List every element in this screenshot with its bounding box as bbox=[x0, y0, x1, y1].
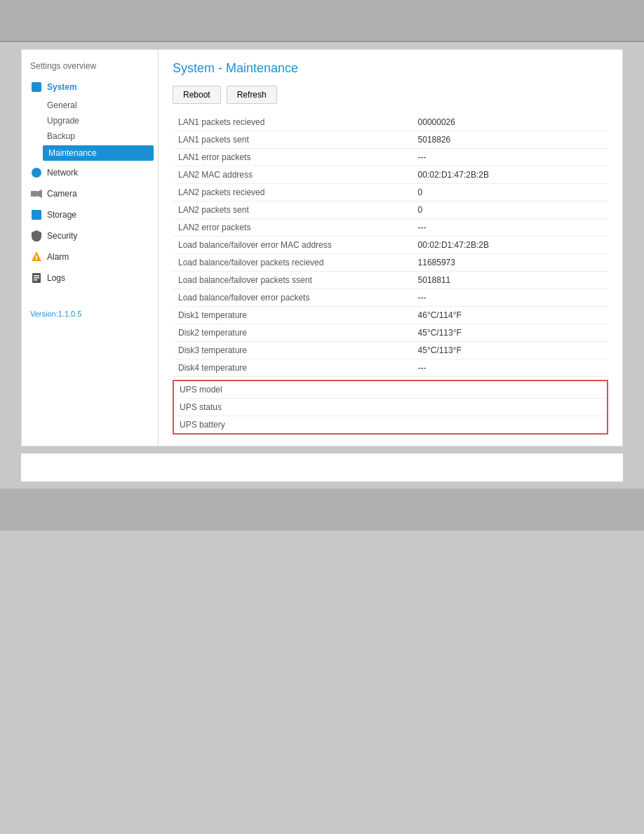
table-row: LAN1 packets sent5018826 bbox=[173, 131, 608, 149]
svg-rect-1 bbox=[36, 256, 37, 258]
sidebar-section-label: Logs bbox=[47, 273, 65, 283]
sidebar-sub-general[interactable]: General bbox=[22, 98, 158, 113]
sidebar-item-security[interactable]: Security bbox=[22, 225, 158, 246]
bottom-bar bbox=[0, 489, 644, 531]
sidebar-section-label: Camera bbox=[47, 189, 77, 199]
table-row: LAN1 error packets--- bbox=[173, 149, 608, 166]
page-title: System - Maintenance bbox=[173, 61, 608, 76]
table-row: Disk4 temperature--- bbox=[173, 359, 608, 377]
svg-rect-0 bbox=[36, 258, 37, 260]
table-row: Load balance/failover error MAC address0… bbox=[173, 237, 608, 254]
table-row: Load balance/failover packets ssent50188… bbox=[173, 272, 608, 289]
top-bar bbox=[0, 0, 644, 42]
table-row: LAN2 packets recieved0 bbox=[173, 184, 608, 201]
camera-icon bbox=[30, 187, 43, 200]
toolbar: Reboot Refresh bbox=[173, 86, 608, 104]
ups-row: UPS status bbox=[173, 399, 608, 416]
table-row: LAN2 packets sent0 bbox=[173, 201, 608, 219]
sidebar-sub-maintenance[interactable]: Maintenance bbox=[43, 145, 154, 161]
svg-rect-4 bbox=[34, 277, 39, 279]
sidebar-section-label: Network bbox=[47, 168, 78, 178]
system-icon bbox=[30, 81, 43, 93]
storage-icon bbox=[30, 208, 43, 221]
refresh-button[interactable]: Refresh bbox=[227, 86, 277, 104]
sidebar-section-label: Security bbox=[47, 231, 77, 241]
security-icon bbox=[30, 230, 43, 242]
table-row: LAN2 MAC address00:02:D1:47:2B:2B bbox=[173, 166, 608, 184]
sidebar: Settings overview System General Upgrade… bbox=[22, 50, 159, 446]
main-content: System - Maintenance Reboot Refresh LAN1… bbox=[159, 50, 622, 446]
svg-rect-3 bbox=[34, 275, 39, 277]
sidebar-item-alarm[interactable]: Alarm bbox=[22, 246, 158, 267]
sidebar-title: Settings overview bbox=[22, 57, 158, 77]
version-label: Version:1.1.0.5 bbox=[22, 303, 158, 325]
page-title-suffix: Maintenance bbox=[226, 61, 298, 75]
logs-icon bbox=[30, 272, 43, 284]
sidebar-section-label: Alarm bbox=[47, 252, 69, 262]
ups-table: UPS modelUPS statusUPS battery bbox=[173, 380, 608, 435]
sidebar-section-label: Storage bbox=[47, 210, 76, 220]
table-row: Disk2 temperature45°C/113°F bbox=[173, 324, 608, 342]
ups-row: UPS model bbox=[173, 380, 608, 399]
table-row: Disk3 temperature45°C/113°F bbox=[173, 342, 608, 359]
sidebar-sub-upgrade[interactable]: Upgrade bbox=[22, 113, 158, 128]
table-row: Load balance/failover error packets--- bbox=[173, 289, 608, 307]
page-title-prefix: System - bbox=[173, 61, 226, 75]
sidebar-section-label: System bbox=[47, 82, 77, 92]
sidebar-sub-backup[interactable]: Backup bbox=[22, 128, 158, 144]
table-row: Disk1 temperature46°C/114°F bbox=[173, 307, 608, 324]
table-row: Load balance/failover packets recieved11… bbox=[173, 254, 608, 272]
stats-table: LAN1 packets recieved00000026LAN1 packet… bbox=[173, 114, 608, 377]
table-row: LAN1 packets recieved00000026 bbox=[173, 114, 608, 131]
sidebar-item-storage[interactable]: Storage bbox=[22, 204, 158, 225]
ups-row: UPS battery bbox=[173, 416, 608, 435]
reboot-button[interactable]: Reboot bbox=[173, 86, 221, 104]
sidebar-item-network[interactable]: Network bbox=[22, 162, 158, 183]
svg-rect-5 bbox=[34, 279, 37, 281]
alarm-icon bbox=[30, 251, 43, 263]
sidebar-item-camera[interactable]: Camera bbox=[22, 183, 158, 204]
table-row: LAN2 error packets--- bbox=[173, 219, 608, 237]
sidebar-item-logs[interactable]: Logs bbox=[22, 267, 158, 289]
sidebar-item-system[interactable]: System bbox=[22, 77, 158, 98]
network-icon bbox=[30, 166, 43, 179]
